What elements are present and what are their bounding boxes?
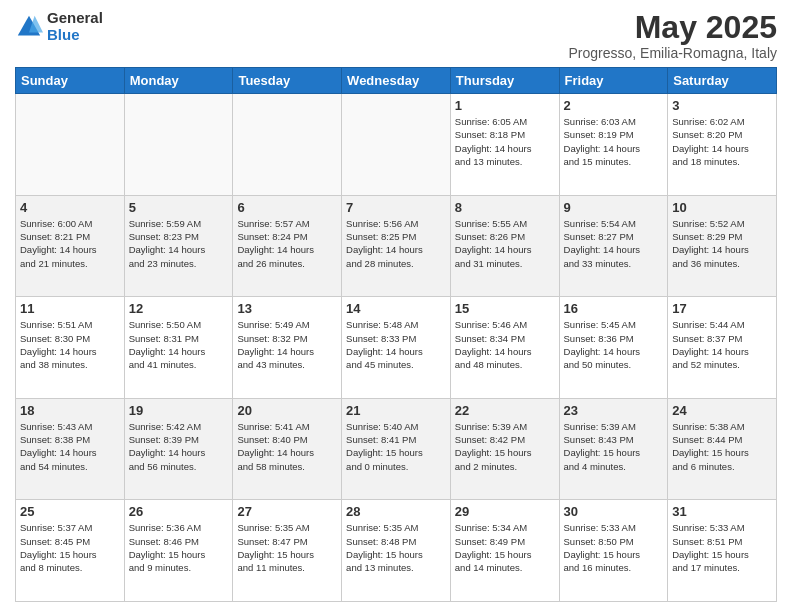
day-info: Sunrise: 6:00 AMSunset: 8:21 PMDaylight:…	[20, 217, 120, 270]
day-number: 12	[129, 301, 229, 316]
day-number: 22	[455, 403, 555, 418]
col-thursday: Thursday	[450, 68, 559, 94]
table-row: 22Sunrise: 5:39 AMSunset: 8:42 PMDayligh…	[450, 398, 559, 500]
day-info: Sunrise: 5:44 AMSunset: 8:37 PMDaylight:…	[672, 318, 772, 371]
day-number: 15	[455, 301, 555, 316]
day-info: Sunrise: 5:55 AMSunset: 8:26 PMDaylight:…	[455, 217, 555, 270]
table-row	[16, 94, 125, 196]
day-number: 3	[672, 98, 772, 113]
day-info: Sunrise: 5:59 AMSunset: 8:23 PMDaylight:…	[129, 217, 229, 270]
day-info: Sunrise: 5:35 AMSunset: 8:47 PMDaylight:…	[237, 521, 337, 574]
day-info: Sunrise: 5:33 AMSunset: 8:51 PMDaylight:…	[672, 521, 772, 574]
day-number: 1	[455, 98, 555, 113]
table-row: 27Sunrise: 5:35 AMSunset: 8:47 PMDayligh…	[233, 500, 342, 602]
day-info: Sunrise: 5:35 AMSunset: 8:48 PMDaylight:…	[346, 521, 446, 574]
table-row: 18Sunrise: 5:43 AMSunset: 8:38 PMDayligh…	[16, 398, 125, 500]
page: General Blue May 2025 Progresso, Emilia-…	[0, 0, 792, 612]
col-monday: Monday	[124, 68, 233, 94]
day-number: 18	[20, 403, 120, 418]
logo-general-text: General	[47, 10, 103, 27]
col-saturday: Saturday	[668, 68, 777, 94]
day-info: Sunrise: 5:33 AMSunset: 8:50 PMDaylight:…	[564, 521, 664, 574]
table-row: 30Sunrise: 5:33 AMSunset: 8:50 PMDayligh…	[559, 500, 668, 602]
table-row: 17Sunrise: 5:44 AMSunset: 8:37 PMDayligh…	[668, 297, 777, 399]
calendar-week-row: 4Sunrise: 6:00 AMSunset: 8:21 PMDaylight…	[16, 195, 777, 297]
table-row: 25Sunrise: 5:37 AMSunset: 8:45 PMDayligh…	[16, 500, 125, 602]
table-row: 14Sunrise: 5:48 AMSunset: 8:33 PMDayligh…	[342, 297, 451, 399]
table-row: 1Sunrise: 6:05 AMSunset: 8:18 PMDaylight…	[450, 94, 559, 196]
day-info: Sunrise: 5:39 AMSunset: 8:43 PMDaylight:…	[564, 420, 664, 473]
day-info: Sunrise: 5:51 AMSunset: 8:30 PMDaylight:…	[20, 318, 120, 371]
day-info: Sunrise: 5:37 AMSunset: 8:45 PMDaylight:…	[20, 521, 120, 574]
table-row: 5Sunrise: 5:59 AMSunset: 8:23 PMDaylight…	[124, 195, 233, 297]
table-row: 24Sunrise: 5:38 AMSunset: 8:44 PMDayligh…	[668, 398, 777, 500]
calendar-week-row: 18Sunrise: 5:43 AMSunset: 8:38 PMDayligh…	[16, 398, 777, 500]
day-info: Sunrise: 5:57 AMSunset: 8:24 PMDaylight:…	[237, 217, 337, 270]
logo-blue-text: Blue	[47, 27, 103, 44]
table-row: 19Sunrise: 5:42 AMSunset: 8:39 PMDayligh…	[124, 398, 233, 500]
table-row: 4Sunrise: 6:00 AMSunset: 8:21 PMDaylight…	[16, 195, 125, 297]
table-row: 12Sunrise: 5:50 AMSunset: 8:31 PMDayligh…	[124, 297, 233, 399]
table-row	[124, 94, 233, 196]
day-info: Sunrise: 5:46 AMSunset: 8:34 PMDaylight:…	[455, 318, 555, 371]
calendar-table: Sunday Monday Tuesday Wednesday Thursday…	[15, 67, 777, 602]
day-info: Sunrise: 5:48 AMSunset: 8:33 PMDaylight:…	[346, 318, 446, 371]
day-info: Sunrise: 5:43 AMSunset: 8:38 PMDaylight:…	[20, 420, 120, 473]
table-row: 21Sunrise: 5:40 AMSunset: 8:41 PMDayligh…	[342, 398, 451, 500]
table-row	[342, 94, 451, 196]
day-info: Sunrise: 5:34 AMSunset: 8:49 PMDaylight:…	[455, 521, 555, 574]
table-row: 7Sunrise: 5:56 AMSunset: 8:25 PMDaylight…	[342, 195, 451, 297]
table-row: 31Sunrise: 5:33 AMSunset: 8:51 PMDayligh…	[668, 500, 777, 602]
header: General Blue May 2025 Progresso, Emilia-…	[15, 10, 777, 61]
table-row: 13Sunrise: 5:49 AMSunset: 8:32 PMDayligh…	[233, 297, 342, 399]
day-info: Sunrise: 5:49 AMSunset: 8:32 PMDaylight:…	[237, 318, 337, 371]
day-number: 25	[20, 504, 120, 519]
day-info: Sunrise: 6:03 AMSunset: 8:19 PMDaylight:…	[564, 115, 664, 168]
month-title: May 2025	[568, 10, 777, 45]
table-row: 26Sunrise: 5:36 AMSunset: 8:46 PMDayligh…	[124, 500, 233, 602]
calendar-week-row: 25Sunrise: 5:37 AMSunset: 8:45 PMDayligh…	[16, 500, 777, 602]
day-info: Sunrise: 5:36 AMSunset: 8:46 PMDaylight:…	[129, 521, 229, 574]
day-number: 5	[129, 200, 229, 215]
col-sunday: Sunday	[16, 68, 125, 94]
day-info: Sunrise: 6:02 AMSunset: 8:20 PMDaylight:…	[672, 115, 772, 168]
day-info: Sunrise: 5:40 AMSunset: 8:41 PMDaylight:…	[346, 420, 446, 473]
day-info: Sunrise: 5:45 AMSunset: 8:36 PMDaylight:…	[564, 318, 664, 371]
day-number: 11	[20, 301, 120, 316]
day-number: 2	[564, 98, 664, 113]
day-number: 21	[346, 403, 446, 418]
title-block: May 2025 Progresso, Emilia-Romagna, Ital…	[568, 10, 777, 61]
logo-text: General Blue	[47, 10, 103, 43]
day-info: Sunrise: 6:05 AMSunset: 8:18 PMDaylight:…	[455, 115, 555, 168]
table-row: 11Sunrise: 5:51 AMSunset: 8:30 PMDayligh…	[16, 297, 125, 399]
day-number: 20	[237, 403, 337, 418]
table-row: 15Sunrise: 5:46 AMSunset: 8:34 PMDayligh…	[450, 297, 559, 399]
day-number: 8	[455, 200, 555, 215]
col-wednesday: Wednesday	[342, 68, 451, 94]
day-number: 24	[672, 403, 772, 418]
day-number: 4	[20, 200, 120, 215]
day-number: 13	[237, 301, 337, 316]
logo-icon	[15, 13, 43, 41]
day-info: Sunrise: 5:50 AMSunset: 8:31 PMDaylight:…	[129, 318, 229, 371]
table-row: 9Sunrise: 5:54 AMSunset: 8:27 PMDaylight…	[559, 195, 668, 297]
day-number: 16	[564, 301, 664, 316]
day-number: 6	[237, 200, 337, 215]
table-row: 6Sunrise: 5:57 AMSunset: 8:24 PMDaylight…	[233, 195, 342, 297]
day-info: Sunrise: 5:56 AMSunset: 8:25 PMDaylight:…	[346, 217, 446, 270]
day-info: Sunrise: 5:42 AMSunset: 8:39 PMDaylight:…	[129, 420, 229, 473]
day-number: 7	[346, 200, 446, 215]
table-row: 2Sunrise: 6:03 AMSunset: 8:19 PMDaylight…	[559, 94, 668, 196]
day-number: 23	[564, 403, 664, 418]
day-number: 28	[346, 504, 446, 519]
day-number: 30	[564, 504, 664, 519]
col-friday: Friday	[559, 68, 668, 94]
day-info: Sunrise: 5:39 AMSunset: 8:42 PMDaylight:…	[455, 420, 555, 473]
calendar-week-row: 11Sunrise: 5:51 AMSunset: 8:30 PMDayligh…	[16, 297, 777, 399]
day-info: Sunrise: 5:38 AMSunset: 8:44 PMDaylight:…	[672, 420, 772, 473]
day-number: 26	[129, 504, 229, 519]
table-row	[233, 94, 342, 196]
day-number: 17	[672, 301, 772, 316]
logo: General Blue	[15, 10, 103, 43]
day-number: 29	[455, 504, 555, 519]
